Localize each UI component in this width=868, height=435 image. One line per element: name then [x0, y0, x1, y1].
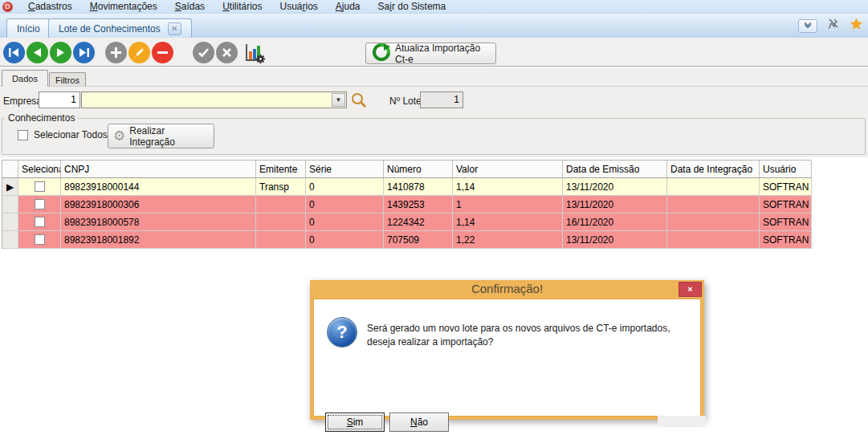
- selecionar-todos-label: Selecionar Todos: [34, 129, 108, 140]
- table-row-select[interactable]: [18, 178, 61, 196]
- dialog-message: Será gerado um novo lote para os novos a…: [367, 322, 695, 349]
- table-row-select[interactable]: [18, 196, 61, 213]
- column-header-valor[interactable]: Valor: [453, 161, 563, 178]
- cell-numero[interactable]: 1224342: [384, 213, 453, 231]
- cancel-button[interactable]: [216, 42, 238, 63]
- last-record-button[interactable]: [73, 42, 95, 63]
- page-divider: [0, 86, 868, 87]
- menu-item-cadastros[interactable]: Cadastros: [19, 0, 81, 14]
- empresa-input[interactable]: 1: [39, 91, 80, 108]
- empresa-combo-value: [82, 95, 85, 106]
- lote-input[interactable]: 1: [420, 91, 463, 108]
- row-indicator: [2, 231, 18, 249]
- menu-item-saidas[interactable]: Saídas: [166, 0, 214, 14]
- cell-valor[interactable]: 1,14: [453, 178, 563, 196]
- report-chart-icon[interactable]: [243, 42, 266, 64]
- tab-close-icon[interactable]: ✕: [168, 22, 181, 35]
- favorite-star-icon[interactable]: [850, 18, 863, 34]
- cell-integracao[interactable]: [667, 213, 760, 231]
- dialog-title: Confirmação!: [310, 280, 704, 298]
- column-header-indicator: [2, 161, 18, 178]
- column-header-data-emissao[interactable]: Data de Emissão: [563, 161, 667, 178]
- lote-label: Nº Lote: [389, 96, 422, 107]
- cell-emitente[interactable]: [256, 231, 306, 249]
- nao-button[interactable]: Não: [389, 413, 449, 432]
- cell-valor[interactable]: 1: [453, 196, 563, 213]
- cell-valor[interactable]: 1,14: [453, 213, 563, 231]
- cell-emitente[interactable]: Transp: [256, 178, 306, 196]
- first-record-button[interactable]: [3, 42, 25, 63]
- question-icon: ?: [327, 317, 357, 348]
- cell-emissao[interactable]: 16/11/2020: [563, 213, 667, 231]
- menu-item-utilitarios[interactable]: Utilitários: [214, 0, 271, 14]
- column-header-emitente[interactable]: Emitente: [256, 161, 306, 178]
- chevron-down-icon[interactable]: [798, 19, 817, 33]
- tab-filtros[interactable]: Filtros: [49, 72, 86, 87]
- dialog-close-icon[interactable]: ×: [679, 282, 702, 297]
- empresa-label: Empresa: [3, 96, 42, 107]
- edit-record-button[interactable]: [128, 42, 150, 63]
- add-record-button[interactable]: [105, 42, 127, 63]
- menu-item-usuarios[interactable]: Usuários: [271, 0, 326, 14]
- dialog-body: ? Será gerado um novo lote para os novos…: [313, 299, 701, 417]
- column-header-data-integracao[interactable]: Data de Integração: [667, 161, 760, 178]
- tab-lote-de-conhecimentos[interactable]: Lote de Conhecimentos ✕: [48, 18, 192, 38]
- search-icon[interactable]: [350, 91, 368, 109]
- menu-item-sair-do-sistema[interactable]: Sair do Sistema: [369, 0, 455, 14]
- column-header-serie[interactable]: Série: [306, 161, 384, 178]
- row-checkbox[interactable]: [35, 217, 45, 227]
- cell-emissao[interactable]: 13/11/2020: [563, 178, 667, 196]
- cell-cnpj[interactable]: 89823918000144: [61, 178, 256, 196]
- column-header-numero[interactable]: Número: [384, 161, 453, 178]
- empresa-combo[interactable]: ▼: [81, 91, 347, 108]
- confirm-button[interactable]: [193, 42, 214, 63]
- cell-numero[interactable]: 1439253: [384, 196, 453, 213]
- cell-integracao[interactable]: [667, 231, 760, 249]
- cell-usuario[interactable]: SOFTRAN: [760, 231, 812, 249]
- realizar-integracao-button[interactable]: ⚙ Realizar Integração: [108, 124, 214, 148]
- cell-integracao[interactable]: [667, 196, 760, 213]
- cell-usuario[interactable]: SOFTRAN: [760, 213, 812, 231]
- conhecimentos-group-title: Conhecimentos: [5, 112, 78, 124]
- delete-record-button[interactable]: [152, 42, 173, 63]
- cell-serie[interactable]: 0: [306, 196, 384, 213]
- row-checkbox[interactable]: [35, 234, 45, 245]
- cell-numero[interactable]: 1410878: [384, 178, 453, 196]
- previous-record-button[interactable]: [26, 42, 48, 63]
- cell-serie[interactable]: 0: [306, 213, 384, 231]
- column-header-selecionar[interactable]: Selecionar: [18, 161, 61, 178]
- selecionar-todos-checkbox[interactable]: [18, 130, 28, 140]
- pin-slash-icon[interactable]: [827, 18, 840, 34]
- table-row-select[interactable]: [18, 231, 61, 249]
- menu-item-movimentacoes[interactable]: Movimentações: [81, 0, 166, 14]
- cell-serie[interactable]: 0: [306, 178, 384, 196]
- conhecimentos-grid: Selecionar CNPJ Emitente Série Número Va…: [2, 160, 811, 249]
- tab-inicio[interactable]: Início: [6, 18, 51, 38]
- combo-dropdown-icon[interactable]: ▼: [332, 93, 345, 107]
- cell-usuario[interactable]: SOFTRAN: [760, 178, 812, 196]
- row-checkbox[interactable]: [35, 181, 45, 192]
- sim-button[interactable]: Sim: [325, 413, 385, 432]
- next-record-button[interactable]: [50, 42, 71, 63]
- app-logo-icon: D: [2, 2, 13, 12]
- column-header-cnpj[interactable]: CNPJ: [61, 161, 256, 178]
- cell-valor[interactable]: 1,22: [453, 231, 563, 249]
- cell-cnpj[interactable]: 89823918000578: [61, 213, 256, 231]
- cell-numero[interactable]: 707509: [384, 231, 453, 249]
- menu-bar: D Cadastros Movimentações Saídas Utilitá…: [0, 0, 868, 14]
- column-header-usuario[interactable]: Usuário: [760, 161, 812, 178]
- atualiza-importacao-button[interactable]: Atualiza Importação Ct-e: [365, 43, 496, 64]
- cell-cnpj[interactable]: 89823918000306: [61, 196, 256, 213]
- tab-dados[interactable]: Dados: [2, 70, 48, 87]
- cell-integracao[interactable]: [667, 178, 760, 196]
- cell-emissao[interactable]: 13/11/2020: [563, 196, 667, 213]
- row-checkbox[interactable]: [35, 199, 45, 209]
- cell-emitente[interactable]: [256, 213, 306, 231]
- cell-serie[interactable]: 0: [306, 231, 384, 249]
- cell-cnpj[interactable]: 89823918001892: [61, 231, 256, 249]
- menu-item-ajuda[interactable]: Ajuda: [327, 0, 369, 14]
- cell-emitente[interactable]: [256, 196, 306, 213]
- table-row-select[interactable]: [18, 213, 61, 231]
- cell-usuario[interactable]: SOFTRAN: [760, 196, 812, 213]
- cell-emissao[interactable]: 13/11/2020: [563, 231, 667, 249]
